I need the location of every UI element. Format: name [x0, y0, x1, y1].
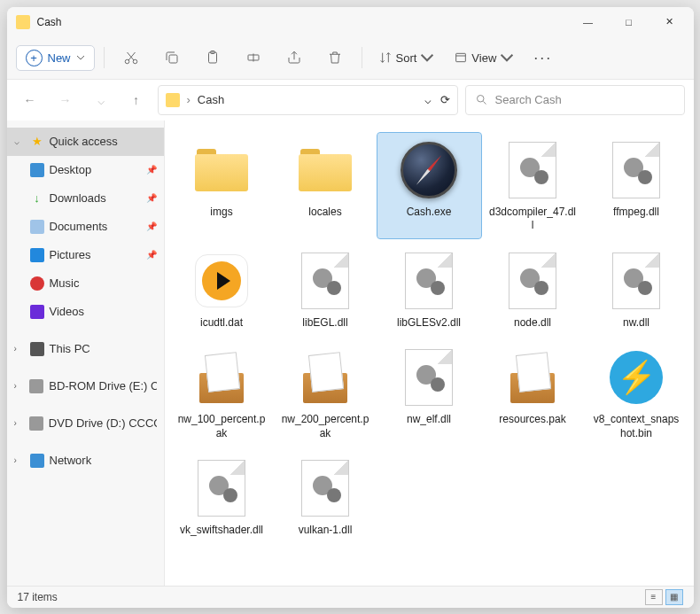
file-icon	[604, 138, 668, 202]
picture-icon	[30, 248, 44, 262]
file-item[interactable]: vk_swiftshader.dll	[170, 451, 274, 543]
more-button[interactable]: ···	[526, 49, 559, 67]
file-item[interactable]: resources.pak	[481, 340, 585, 446]
file-icon	[604, 249, 668, 313]
sidebar-network[interactable]: ›Network	[7, 447, 164, 475]
label: Pictures	[50, 248, 91, 261]
plus-icon: +	[26, 50, 43, 66]
svg-rect-2	[169, 55, 177, 63]
sidebar-item-downloads[interactable]: ↓Downloads📌	[7, 184, 164, 213]
sort-icon	[378, 51, 393, 65]
file-item[interactable]: nw_elf.dll	[377, 340, 481, 446]
file-item[interactable]: libGLESv2.dll	[377, 244, 481, 336]
pin-icon: 📌	[146, 165, 157, 175]
file-label: Cash.exe	[407, 206, 452, 220]
label: BD-ROM Drive (E:) C	[49, 379, 156, 392]
copy-button[interactable]	[154, 42, 190, 74]
file-content[interactable]: imgslocalesCash.exed3dcompiler_47.dllffm…	[165, 120, 694, 586]
file-label: libGLESv2.dll	[397, 316, 461, 330]
new-button[interactable]: + New	[16, 45, 95, 71]
download-icon: ↓	[30, 191, 44, 206]
share-button[interactable]	[276, 42, 312, 74]
minimize-button[interactable]: —	[568, 7, 609, 37]
chevron-down-icon	[500, 51, 514, 65]
file-item[interactable]: v8_context_snapshot.bin	[585, 340, 688, 446]
view-button[interactable]: View	[447, 51, 521, 65]
file-grid: imgslocalesCash.exed3dcompiler_47.dllffm…	[170, 133, 688, 544]
breadcrumb-current[interactable]: Cash	[198, 93, 224, 106]
file-item[interactable]: icudtl.dat	[170, 244, 274, 336]
sidebar-bd-drive[interactable]: ›BD-ROM Drive (E:) C	[7, 372, 164, 400]
file-label: ffmpeg.dll	[613, 206, 659, 220]
up-button[interactable]: ↑	[122, 86, 151, 114]
search-box[interactable]: Search Cash	[465, 85, 685, 115]
view-icons-button[interactable]: ▦	[665, 589, 683, 605]
file-item[interactable]: libEGL.dll	[274, 244, 377, 336]
file-label: locales	[308, 206, 341, 220]
file-label: vk_swiftshader.dll	[180, 524, 263, 538]
titlebar[interactable]: Cash — □ ✕	[7, 7, 694, 37]
label: Desktop	[50, 163, 92, 176]
file-item[interactable]: locales	[274, 133, 377, 238]
file-icon	[293, 249, 357, 313]
search-placeholder: Search Cash	[495, 93, 562, 106]
sidebar-item-documents[interactable]: Documents📌	[7, 213, 164, 241]
delete-button[interactable]	[317, 42, 353, 74]
back-button[interactable]: ←	[16, 86, 44, 114]
file-label: libEGL.dll	[302, 316, 347, 330]
file-label: node.dll	[514, 316, 551, 330]
cut-button[interactable]	[113, 42, 149, 74]
chevron-down-icon	[76, 53, 85, 62]
up-button[interactable]: ⌵	[87, 86, 115, 114]
drive-icon	[29, 416, 43, 431]
sidebar-dvd-drive[interactable]: ›DVD Drive (D:) CCCO	[7, 409, 164, 438]
folder-icon	[166, 93, 180, 107]
new-label: New	[48, 51, 71, 65]
file-label: nw_200_percent.pak	[281, 413, 369, 440]
file-item[interactable]: node.dll	[481, 244, 585, 336]
file-label: imgs	[210, 206, 232, 220]
rename-button[interactable]	[236, 42, 271, 74]
view-icon	[454, 51, 468, 65]
file-icon	[501, 138, 564, 202]
sidebar-item-music[interactable]: Music	[7, 269, 164, 298]
label: Videos	[50, 305, 85, 318]
file-item[interactable]: nw_200_percent.pak	[274, 340, 377, 446]
separator	[104, 47, 105, 68]
chevron-down-icon[interactable]: ⌵	[424, 93, 432, 106]
sidebar-item-videos[interactable]: Videos	[7, 298, 164, 326]
network-icon	[30, 454, 44, 468]
sidebar-item-desktop[interactable]: Desktop📌	[7, 156, 164, 184]
sidebar-quick-access[interactable]: ⌵★Quick access	[7, 128, 164, 156]
file-label: nw_100_percent.pak	[177, 413, 266, 440]
file-item[interactable]: nw_100_percent.pak	[170, 340, 274, 446]
file-item[interactable]: vulkan-1.dll	[274, 451, 377, 543]
search-icon	[475, 93, 488, 106]
file-icon	[190, 346, 253, 409]
address-bar[interactable]: › Cash ⌵ ⟳	[158, 85, 458, 115]
view-details-button[interactable]: ≡	[645, 589, 663, 605]
svg-point-7	[477, 96, 484, 103]
label: Quick access	[50, 135, 118, 148]
file-icon	[293, 138, 357, 202]
file-item[interactable]: ffmpeg.dll	[585, 133, 688, 238]
nav-row: ← → ⌵ ↑ › Cash ⌵ ⟳ Search Cash	[7, 80, 694, 120]
close-button[interactable]: ✕	[649, 7, 690, 37]
document-icon	[30, 220, 44, 234]
sidebar-this-pc[interactable]: ›This PC	[7, 335, 164, 363]
pin-icon: 📌	[146, 250, 157, 260]
paste-button[interactable]	[195, 42, 230, 74]
status-bar: 17 items ≡ ▦	[7, 586, 694, 608]
label: Network	[50, 454, 92, 467]
refresh-button[interactable]: ⟳	[440, 93, 450, 106]
maximize-button[interactable]: □	[609, 7, 649, 37]
sidebar-item-pictures[interactable]: Pictures📌	[7, 241, 164, 269]
file-item[interactable]: imgs	[170, 133, 274, 238]
sort-button[interactable]: Sort	[371, 51, 442, 65]
file-item[interactable]: d3dcompiler_47.dll	[481, 133, 585, 238]
label: DVD Drive (D:) CCCO	[49, 416, 157, 430]
file-item[interactable]: Cash.exe	[377, 133, 481, 238]
separator	[362, 47, 362, 68]
file-item[interactable]: nw.dll	[585, 244, 688, 336]
forward-button[interactable]: →	[51, 86, 80, 114]
